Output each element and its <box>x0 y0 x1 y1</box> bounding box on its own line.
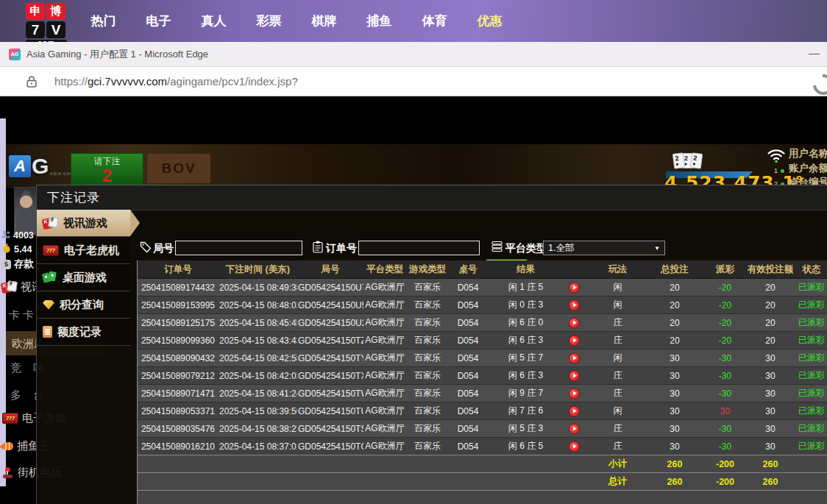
col-total-bet: 总投注 <box>645 260 704 279</box>
col-result: 结果 <box>487 260 590 279</box>
tab-table-games[interactable]: 桌面游戏 <box>37 264 130 291</box>
platform-select[interactable]: 1.全部▼ <box>543 241 665 255</box>
subtotal-bet: 260 <box>645 455 704 473</box>
cell-total-bet: 20 <box>645 297 704 314</box>
result-text: 闲 0 庄 3 <box>508 299 543 310</box>
table-row: 250415089016210 2025-04-15 08:37:01 GD05… <box>138 438 827 455</box>
nav-item-fishing[interactable]: 捕鱼 <box>352 13 407 29</box>
profile-ring-icon[interactable] <box>809 70 827 96</box>
nav-item-slots[interactable]: 电子 <box>131 13 186 29</box>
replay-play-icon[interactable] <box>569 441 580 452</box>
cell-bet-on: 庄 <box>590 420 645 438</box>
window-title: Asia Gaming - 用户配置 1 - Microsoft Edge <box>26 48 208 61</box>
lock-icon[interactable] <box>26 76 37 88</box>
cell-result: 闲 7 庄 6 <box>487 402 590 420</box>
site-logo[interactable]: 申 博 7 V com <box>26 3 67 42</box>
url-host: gci.7vvvvvv.com <box>88 75 167 88</box>
modal-title: 下注记录 <box>37 185 827 210</box>
replay-play-icon[interactable] <box>569 352 580 363</box>
cell-valid-bet: 30 <box>746 385 795 402</box>
cell-game: 百家乐 <box>406 367 449 385</box>
slot-777-icon: 777 <box>43 245 59 256</box>
cell-platform: AG欧洲厅 <box>363 279 406 297</box>
cell-time: 2025-04-15 08:45:45 <box>219 314 297 332</box>
minimize-button[interactable]: — <box>809 46 820 59</box>
nav-item-live[interactable]: 真人 <box>186 13 241 29</box>
deposit-button[interactable]: $ 存款 <box>1 258 34 271</box>
hud-labels: 用户名称 账户余额 桌台编号 <box>789 146 827 190</box>
col-table: 桌号 <box>449 260 487 279</box>
cell-platform: AG欧洲厅 <box>363 297 406 314</box>
replay-play-icon[interactable] <box>569 299 580 310</box>
cell-payout: -30 <box>704 349 746 367</box>
cell-bet-on: 闲 <box>590 279 645 297</box>
nav-item-promo[interactable]: 优惠 <box>462 13 517 29</box>
cell-platform: AG欧洲厅 <box>363 420 406 438</box>
fish-icon <box>2 442 13 450</box>
url-text[interactable]: https://gci.7vvvvvv.com/agingame/pcv1/in… <box>54 75 298 88</box>
total-bet: 260 <box>645 473 704 491</box>
filter-form: 局号 订单号 平台类型 1.全部▼ 下注时间 (美东) <box>130 210 827 260</box>
cell-order: 250415089053371 <box>138 402 219 420</box>
result-text: 闲 5 庄 7 <box>508 352 543 363</box>
cell-status: 已派彩 <box>795 349 827 367</box>
avatar <box>14 187 38 235</box>
cell-valid-bet: 20 <box>746 332 795 349</box>
browser-urlbar[interactable]: https://gci.7vvvvvv.com/agingame/pcv1/in… <box>0 67 827 96</box>
table-row: 250415089079212 2025-04-15 08:42:03 GD05… <box>138 367 827 385</box>
cell-result: 闲 6 庄 5 <box>487 438 590 455</box>
cell-table: D054 <box>449 367 487 385</box>
cell-table: D054 <box>449 438 487 455</box>
nav-item-sports[interactable]: 体育 <box>407 13 462 29</box>
page-canvas: A G ASIA GAMING 请下注 2 BOV 2♠ 2♠ 2♠ 4,523… <box>0 96 827 504</box>
cell-valid-bet: 30 <box>746 420 795 438</box>
tab-slot-machines[interactable]: 777 电子老虎机 <box>37 237 130 264</box>
slot-777-icon: 777 <box>2 413 18 424</box>
cell-platform: AG欧洲厅 <box>363 314 406 332</box>
cell-round: GD054254150U5 <box>297 297 363 314</box>
total-label: 总计 <box>590 473 645 491</box>
cell-result: 闲 6 庄 3 <box>487 332 590 349</box>
playing-card: 2♠ <box>690 152 703 169</box>
cell-valid-bet: 30 <box>746 402 795 420</box>
cell-game: 百家乐 <box>406 297 449 314</box>
cell-time: 2025-04-15 08:39:56 <box>219 402 297 420</box>
order-input[interactable] <box>358 241 480 255</box>
bet-countdown: 2 <box>71 168 143 184</box>
cell-total-bet: 30 <box>645 402 704 420</box>
replay-play-icon[interactable] <box>569 423 580 434</box>
url-scheme: https:// <box>54 75 88 88</box>
cell-valid-bet: 20 <box>746 279 795 297</box>
wallet-balance: 5.44 <box>2 244 32 255</box>
table-row: 250415089125175 2025-04-15 08:45:45 GD05… <box>138 314 827 332</box>
cell-table: D054 <box>449 279 487 297</box>
tab-credit-records[interactable]: 额度记录 <box>37 319 130 346</box>
cell-game: 百家乐 <box>406 385 449 402</box>
replay-play-icon[interactable] <box>569 317 580 328</box>
cell-valid-bet: 30 <box>746 367 795 385</box>
cell-table: D054 <box>449 297 487 314</box>
browser-titlebar: AG Asia Gaming - 用户配置 1 - Microsoft Edge… <box>0 42 827 67</box>
replay-play-icon[interactable] <box>569 335 580 346</box>
replay-play-icon[interactable] <box>569 282 580 293</box>
replay-play-icon[interactable] <box>569 388 580 399</box>
cell-total-bet: 30 <box>645 420 704 438</box>
gem-icon <box>43 300 54 310</box>
tab-video-games[interactable]: K9 视讯游戏 <box>37 210 130 237</box>
cell-bet-on: 闲 <box>590 402 645 420</box>
replay-play-icon[interactable] <box>569 370 580 381</box>
round-input[interactable] <box>175 241 302 255</box>
cell-platform: AG欧洲厅 <box>363 438 406 455</box>
replay-play-icon[interactable] <box>569 405 580 416</box>
result-text: 闲 9 庄 7 <box>508 388 543 398</box>
online-count: 4003 <box>1 230 34 241</box>
col-platform: 平台类型 <box>363 260 406 279</box>
nav-item-lottery[interactable]: 彩票 <box>241 13 297 29</box>
nav-item-board[interactable]: 棋牌 <box>297 13 352 29</box>
tab-points-query[interactable]: 积分查询 <box>37 291 130 319</box>
col-bet-on: 玩法 <box>590 260 645 279</box>
table-row: 250415089035476 2025-04-15 08:38:27 GD05… <box>138 420 827 438</box>
nav-item-hot[interactable]: 热门 <box>76 13 131 29</box>
cell-total-bet: 20 <box>645 314 704 332</box>
cell-payout: -20 <box>704 332 746 349</box>
